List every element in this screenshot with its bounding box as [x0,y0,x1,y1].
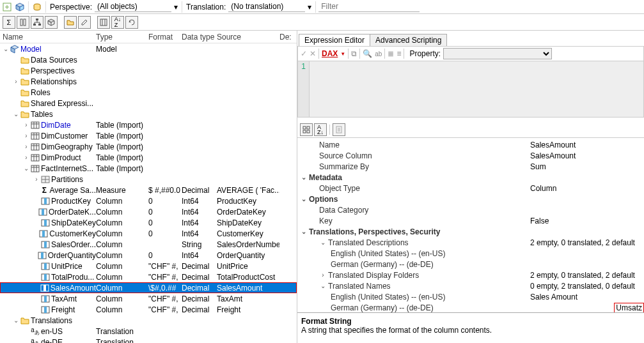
property-row[interactable]: ›Translated Display Folders2 empty, 0 tr… [297,270,644,280]
expand-icon[interactable]: ⌄ [319,282,327,289]
tree-row[interactable]: ·TaxAmtColumn"CHF" #,DecimalTaxAmt [0,293,297,304]
tree-row[interactable]: ⌄FactInternetS...Table (Import) [0,163,297,174]
column-button[interactable] [17,16,29,29]
expand-icon[interactable]: › [33,176,40,183]
tree-row[interactable]: ·ShipDateKeyColumn0Int64ShipDateKey [0,217,297,228]
expand-icon[interactable]: ⌄ [300,228,308,235]
property-row[interactable]: Object TypeColumn [297,183,644,194]
property-row[interactable]: NameSalesAmount [297,139,644,150]
expand-icon[interactable]: ⌄ [300,195,308,202]
tree-row[interactable]: ·aあen-USTranslation [0,326,297,337]
filter-input[interactable] [318,1,420,12]
dropdown-icon[interactable]: ▾ [173,3,179,11]
expand-icon[interactable]: › [23,154,29,161]
property-row[interactable]: ⌄Translated Names0 empty, 2 translated, … [297,280,644,291]
tree-row[interactable]: ⌄Translations [0,315,297,326]
expand-icon[interactable]: › [23,132,29,139]
property-combo[interactable] [443,48,552,59]
alpha-sort-button[interactable]: AZ↓ [314,123,327,136]
sigma-button[interactable]: Σ [3,16,15,29]
indent-icon[interactable]: ≣ [388,49,394,58]
expand-icon[interactable]: ⌄ [3,45,9,52]
nav-back-icon[interactable] [1,1,13,13]
tree-row[interactable]: ·SalesAmountColumn\$#,0.##DecimalSalesAm… [0,282,297,293]
tab-advanced-scripting[interactable]: Advanced Scripting [370,34,447,46]
property-row[interactable]: English (United States) -- (en-US)Sales … [297,291,644,302]
property-row[interactable]: KeyFalse [297,215,644,226]
tree-row[interactable]: ·aあde-DETranslation [0,337,297,343]
tree-row[interactable]: ·Data Sources [0,54,297,65]
sort-button[interactable]: A↓Z [111,16,124,29]
property-value[interactable]: 2 empty, 0 translated, 2 default [530,271,644,280]
columns-view-button[interactable] [97,16,110,29]
cube-icon[interactable] [14,1,26,13]
tree-row[interactable]: ·SalesOrder...ColumnStringSalesOrderNumb… [0,239,297,250]
tree-row[interactable]: ›Relationships [0,76,297,87]
property-row[interactable]: Summarize BySum [297,161,644,172]
property-value[interactable]: Sales Amount [530,293,644,301]
tree-row[interactable]: ·UnitPriceColumn"CHF" #,DecimalUnitPrice [0,261,297,271]
property-grid[interactable]: NameSalesAmountSource ColumnSalesAmountS… [297,138,644,312]
property-row[interactable]: Data Category [297,204,644,215]
tree-row[interactable]: ·Shared Expressi... [0,98,297,109]
tree-row[interactable]: ›DimGeographyTable (Import) [0,141,297,152]
cube-button[interactable] [45,16,58,29]
outdent-icon[interactable]: ≡ [397,49,401,58]
property-row[interactable]: German (Germany) -- (de-DE) [297,259,644,270]
tree-row[interactable]: ·Roles [0,87,297,98]
tree-row[interactable]: ⌄Tables [0,109,297,119]
expand-icon[interactable]: ⌄ [23,165,29,172]
tree-row[interactable]: ⌄ModelModel [0,43,297,54]
perspective-combo[interactable]: (All objects) [95,1,171,12]
copy-icon[interactable]: ⧉ [351,49,357,58]
dax-label[interactable]: DAX [322,49,338,58]
accept-icon[interactable]: ✓ [301,49,307,58]
find-icon[interactable]: 🔍 [363,49,372,58]
expand-icon[interactable]: › [319,271,327,278]
translation-combo[interactable]: (No translation) [228,1,305,12]
tree-row[interactable]: ·CustomerKeyColumn0Int64CustomerKey [0,228,297,239]
tree-body[interactable]: ⌄ModelModel·Data Sources·Perspectives›Re… [0,43,297,343]
property-value[interactable]: SalesAmount [530,151,644,160]
tree-row[interactable]: ·ProductKeyColumn0Int64ProductKey [0,195,297,206]
expand-icon[interactable]: ⌄ [300,174,308,181]
property-row[interactable]: German (Germany) -- (de-DE)Umsatz [297,302,644,312]
dropdown-icon[interactable]: ▾ [306,3,313,11]
tree-row[interactable]: ·OrderQuantityColumn0Int64OrderQuantity [0,250,297,261]
property-row[interactable]: ⌄Translated Descriptions2 empty, 0 trans… [297,237,644,248]
code-editor[interactable]: 1 [297,61,644,118]
property-value[interactable]: 2 empty, 0 translated, 2 default [530,238,644,247]
property-row[interactable]: English (United States) -- (en-US) [297,248,644,259]
property-row[interactable]: ⌄Metadata [297,172,644,183]
expand-icon[interactable]: › [13,78,19,85]
categorized-button[interactable] [300,123,313,136]
tab-expression-editor[interactable]: Expression Editor [299,34,370,46]
tree-row[interactable]: ·FreightColumn"CHF" #,DecimalFreight [0,304,297,315]
edit-button[interactable] [78,16,91,29]
refresh-button[interactable] [125,16,138,29]
tree-row[interactable]: ·OrderDateK...Column0Int64OrderDateKey [0,206,297,217]
tree-row[interactable]: ·TotalProdu...Column"CHF" #,DecimalTotal… [0,271,297,282]
property-row[interactable]: ⌄Options [297,194,644,204]
property-value[interactable]: False [530,217,644,225]
expand-icon[interactable]: ⌄ [319,239,327,246]
tree-row[interactable]: ›Partitions [0,174,297,185]
hierarchy-button[interactable] [31,16,43,29]
tree-row[interactable]: ›DimProductTable (Import) [0,152,297,163]
cancel-icon[interactable]: ✕ [310,49,316,58]
folder-button[interactable] [64,16,77,29]
property-value[interactable]: 0 empty, 2 translated, 0 default [530,282,644,291]
expand-icon[interactable]: ⌄ [13,317,19,324]
expand-icon[interactable]: ⌄ [13,111,19,118]
replace-icon[interactable]: ab [375,50,382,57]
tree-row[interactable]: ·ΣAverage Sa...Measure$ #,##0.0DecimalAV… [0,185,297,195]
property-value[interactable]: Sum [530,162,644,171]
tree-row[interactable]: ›DimCustomerTable (Import) [0,130,297,141]
cylinder-icon[interactable] [31,1,43,13]
property-value[interactable]: Umsatz [614,303,644,313]
tree-row[interactable]: ·Perspectives [0,65,297,76]
prop-pages-button[interactable] [333,123,345,136]
property-row[interactable]: Source ColumnSalesAmount [297,150,644,161]
property-value[interactable]: SalesAmount [530,141,644,149]
property-row[interactable]: ⌄Translations, Perspectives, Security [297,226,644,237]
